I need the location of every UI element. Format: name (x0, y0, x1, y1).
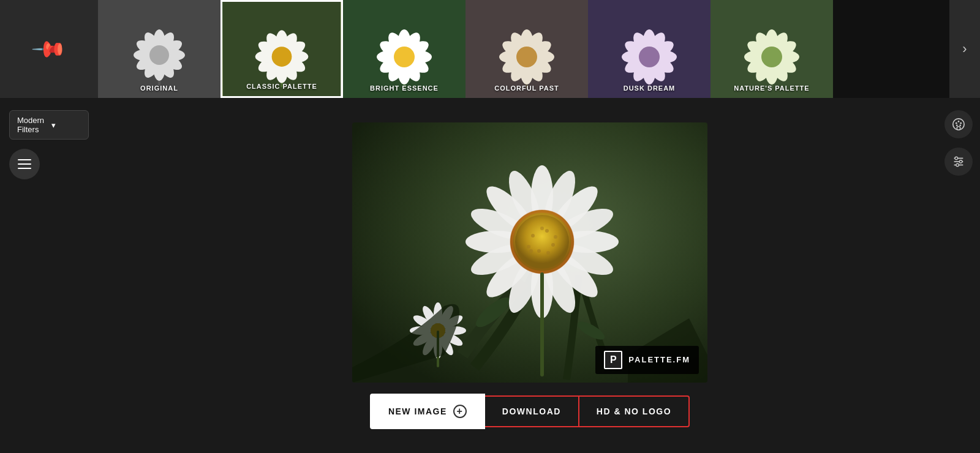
svg-point-76 (639, 47, 660, 67)
svg-point-150 (956, 163, 959, 167)
svg-point-91 (761, 47, 782, 67)
download-label: DOWNLOAD (502, 406, 561, 416)
svg-point-143 (956, 124, 958, 126)
filter-tiles-container: ORIGINAL (98, 0, 949, 98)
hd-no-logo-label: HD & NO LOGO (597, 406, 671, 416)
filter-dropdown[interactable]: Modern Filters ▾ (9, 110, 89, 140)
svg-rect-137 (540, 272, 544, 376)
svg-point-149 (959, 160, 962, 163)
main-image-container: P PALETTE.FM (352, 122, 707, 383)
sliders-icon (952, 155, 965, 168)
right-sidebar (937, 98, 980, 453)
pin-tile[interactable]: 📌 (0, 0, 98, 98)
svg-point-148 (955, 157, 958, 160)
hd-no-logo-button[interactable]: HD & NO LOGO (579, 395, 690, 427)
watermark-text: PALETTE.FM (628, 355, 690, 364)
sliders-button[interactable] (944, 148, 973, 176)
main-content: Modern Filters ▾ (0, 98, 980, 453)
svg-point-46 (394, 47, 415, 67)
new-image-button[interactable]: NEW IMAGE + (370, 394, 485, 429)
svg-point-131 (527, 245, 530, 249)
svg-point-134 (546, 251, 550, 255)
filter-tile-classic[interactable]: CLASSIC PALETTE (221, 0, 343, 98)
svg-point-130 (537, 249, 541, 253)
palette-button[interactable] (944, 110, 973, 138)
filter-dropdown-label: Modern Filters (17, 116, 47, 134)
filter-label-bright: BRIGHT ESSENCE (343, 84, 466, 92)
svg-point-144 (957, 127, 960, 130)
svg-point-139 (956, 122, 957, 124)
filter-label-original: ORIGINAL (98, 84, 221, 92)
filter-tile-bright[interactable]: BRIGHT ESSENCE (343, 0, 466, 98)
svg-point-126 (515, 215, 569, 269)
svg-point-129 (551, 243, 555, 247)
chevron-down-icon: ▾ (51, 121, 81, 130)
filter-tile-colorful[interactable]: COLORFUL PAST (466, 0, 588, 98)
filter-label-colorful: COLORFUL PAST (466, 84, 588, 92)
svg-point-127 (531, 234, 535, 238)
hamburger-button[interactable] (9, 149, 40, 179)
plus-icon: + (453, 405, 467, 418)
hamburger-line-1 (18, 159, 31, 160)
svg-point-141 (960, 122, 962, 124)
svg-point-15 (149, 45, 169, 65)
watermark-logo: P (604, 351, 622, 369)
filter-strip: 📌 (0, 0, 980, 98)
pin-icon: 📌 (30, 30, 68, 68)
filter-tile-nature[interactable]: NATURE'S PALETTE (710, 0, 833, 98)
svg-point-132 (540, 226, 544, 230)
filter-label-nature: NATURE'S PALETTE (710, 84, 833, 92)
svg-point-61 (516, 47, 537, 67)
filter-label-dusk: DUSK DREAM (588, 84, 710, 92)
palette-icon (952, 118, 965, 131)
action-buttons: NEW IMAGE + DOWNLOAD HD & NO LOGO (370, 394, 690, 429)
hamburger-line-2 (18, 163, 31, 165)
svg-point-140 (958, 121, 960, 122)
strip-next-button[interactable]: › (949, 0, 980, 98)
hamburger-line-3 (18, 168, 31, 169)
left-sidebar: Modern Filters ▾ (0, 98, 123, 453)
svg-point-135 (529, 249, 533, 253)
filter-tile-dusk[interactable]: DUSK DREAM (588, 0, 710, 98)
download-button[interactable]: DOWNLOAD (485, 395, 579, 427)
svg-point-31 (272, 47, 292, 67)
main-image (352, 122, 707, 383)
filter-label-classic: CLASSIC PALETTE (222, 83, 341, 90)
center-area: P PALETTE.FM NEW IMAGE + DOWNLOAD HD & N… (123, 98, 937, 453)
watermark: P PALETTE.FM (595, 346, 699, 374)
new-image-label: NEW IMAGE (388, 406, 447, 416)
svg-point-128 (545, 229, 549, 233)
svg-point-142 (959, 124, 961, 126)
svg-point-133 (554, 235, 557, 239)
filter-tile-original[interactable]: ORIGINAL (98, 0, 221, 98)
